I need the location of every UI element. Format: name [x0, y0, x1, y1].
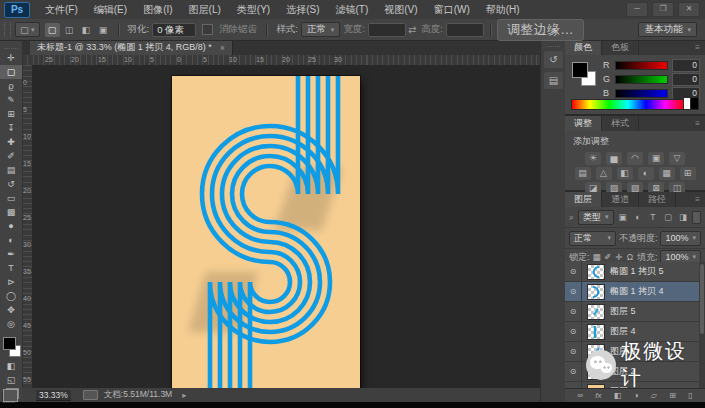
subtract-selection-button[interactable]: ◧ [79, 23, 94, 37]
toolbar-grip[interactable] [4, 42, 18, 49]
quick-selection-tool[interactable]: ✎ [0, 93, 22, 107]
intersect-selection-button[interactable]: ▣ [96, 23, 111, 37]
eyedropper-tool[interactable]: ↧ [0, 121, 22, 135]
new-adjustment-layer-icon[interactable]: ◑ [634, 391, 639, 400]
menu-layer[interactable]: 图层(L) [181, 1, 229, 19]
new-group-icon[interactable]: ▱ [651, 391, 657, 400]
color-swatches[interactable] [0, 335, 22, 359]
workspace-select[interactable]: 基本功能 ▾ [638, 22, 697, 37]
brightness-contrast-icon[interactable]: ☀ [585, 152, 601, 165]
layer-thumbnail[interactable] [587, 284, 605, 300]
refine-edge-button[interactable]: 调整边缘… [497, 19, 584, 41]
history-brush-tool[interactable]: ↺ [0, 177, 22, 191]
panel-menu-icon[interactable]: ≡ [695, 192, 705, 207]
blur-tool[interactable]: ● [0, 219, 22, 233]
document-canvas[interactable] [172, 76, 360, 388]
curves-icon[interactable]: ◠ [627, 152, 643, 165]
visibility-toggle[interactable]: ⊙ [565, 302, 582, 321]
feather-input[interactable]: 0 像素 [152, 23, 196, 37]
active-tool-preset[interactable]: ▢ ▾ [15, 22, 40, 37]
foreground-color-swatch[interactable] [3, 337, 16, 350]
spot-healing-tool[interactable]: ✚ [0, 135, 22, 149]
close-button[interactable]: ✕ [678, 2, 700, 17]
visibility-toggle[interactable]: ⊙ [565, 282, 582, 301]
eraser-tool[interactable]: ▭ [0, 191, 22, 205]
shape-tool[interactable]: ◯ [0, 289, 22, 303]
screen-mode-button[interactable]: ◱ [0, 373, 22, 387]
filter-type-select[interactable]: 类型 ▾ [578, 210, 614, 225]
path-selection-tool[interactable]: ⊳ [0, 275, 22, 289]
antialias-checkbox[interactable] [202, 24, 213, 35]
layer-effects-icon[interactable]: fx [595, 391, 601, 400]
visibility-toggle[interactable]: ⊙ [565, 262, 582, 281]
red-slider[interactable] [615, 61, 668, 70]
history-panel-button[interactable]: ↺ [544, 51, 563, 68]
close-tab-icon[interactable]: × [220, 43, 225, 53]
hand-tool[interactable]: ✥ [0, 303, 22, 317]
add-layer-mask-icon[interactable]: ◧ [614, 391, 622, 400]
visibility-toggle[interactable]: ⊙ [565, 362, 582, 381]
width-input[interactable] [368, 23, 406, 37]
layer-row-5[interactable]: ⊙ 图层 5 [565, 302, 705, 322]
black-white-icon[interactable]: ◧ [617, 167, 633, 180]
green-value[interactable]: 0 [672, 73, 700, 86]
color-lookup-icon[interactable]: ⊞ [680, 167, 696, 180]
visibility-toggle[interactable]: ⊙ [565, 342, 582, 361]
tab-channels[interactable]: 通道 [602, 192, 639, 207]
spectrum-black-swatch[interactable] [690, 97, 699, 110]
visibility-toggle[interactable]: ⊙ [565, 322, 582, 341]
tab-layers[interactable]: 图层 [565, 192, 602, 207]
photo-filter-icon[interactable]: ◐ [638, 167, 654, 180]
blend-mode-select[interactable]: 正常 ▾ [569, 231, 616, 246]
filter-toggle[interactable] [692, 211, 701, 224]
zoom-level-field[interactable]: 33.33% [36, 390, 71, 401]
filter-smart-objects-icon[interactable]: ◨ [677, 211, 689, 223]
height-input[interactable] [446, 23, 484, 37]
menu-window[interactable]: 窗口(W) [426, 1, 478, 19]
menu-type[interactable]: 类型(Y) [229, 1, 278, 19]
exposure-icon[interactable]: ▣ [648, 152, 664, 165]
menu-view[interactable]: 视图(V) [376, 1, 425, 19]
status-options-arrow[interactable]: ▸ [182, 390, 186, 400]
pen-tool[interactable]: ✒ [0, 247, 22, 261]
menu-filter[interactable]: 滤镜(T) [328, 1, 377, 19]
link-layers-icon[interactable]: ∞ [577, 391, 583, 400]
swap-dimensions-icon[interactable]: ⇄ [408, 24, 416, 35]
tab-paths[interactable]: 路径 [639, 192, 676, 207]
panel-menu-icon[interactable]: ≡ [695, 116, 705, 131]
style-select[interactable]: 正常 ▾ [301, 22, 341, 37]
lasso-tool[interactable]: ϱ [0, 79, 22, 93]
add-selection-button[interactable]: ◫ [62, 23, 77, 37]
levels-icon[interactable]: ▅ [606, 152, 622, 165]
color-balance-icon[interactable]: △ [596, 167, 612, 180]
tab-color[interactable]: 颜色 [565, 40, 602, 55]
move-tool[interactable]: ✛ [0, 51, 22, 65]
filter-shape-layers-icon[interactable]: ▢ [662, 211, 674, 223]
new-selection-button[interactable]: ▢ [45, 23, 60, 37]
color-panel-swatches[interactable] [572, 62, 598, 88]
color-spectrum-bar[interactable] [571, 99, 685, 110]
type-tool[interactable]: T [0, 261, 22, 275]
document-tab[interactable]: 未标题-1 @ 33.3% (椭圆 1 拷贝 4, RGB/8) * × [30, 40, 233, 55]
delete-layer-icon[interactable]: ▯ [688, 391, 692, 400]
filter-adjustment-layers-icon[interactable]: ◐ [632, 211, 644, 223]
menu-file[interactable]: 文件(F) [37, 1, 86, 19]
layer-row-ellipse-copy-5[interactable]: ⊙ 椭圆 1 拷贝 5 [565, 262, 705, 282]
dodge-tool[interactable]: ◐ [0, 233, 22, 247]
filter-pixel-layers-icon[interactable]: ▣ [617, 211, 629, 223]
crop-tool[interactable]: ⊞ [0, 107, 22, 121]
vibrance-icon[interactable]: ▽ [669, 152, 685, 165]
filter-type-layers-icon[interactable]: T [647, 211, 659, 223]
opacity-select[interactable]: 100% ▾ [660, 231, 701, 246]
menu-image[interactable]: 图像(I) [135, 1, 180, 19]
red-value[interactable]: 0 [672, 59, 700, 72]
clone-stamp-tool[interactable]: ▤ [0, 163, 22, 177]
tab-swatches[interactable]: 色板 [602, 40, 639, 55]
zoom-tool[interactable]: ◎ [0, 317, 22, 331]
tab-adjustments[interactable]: 调整 [565, 116, 602, 131]
hue-saturation-icon[interactable]: ▤ [575, 167, 591, 180]
new-layer-icon[interactable]: ⊞ [669, 391, 676, 400]
layer-row-ellipse-copy-4[interactable]: ⊙ 椭圆 1 拷贝 4 [565, 282, 705, 302]
panel-menu-icon[interactable]: ≡ [695, 40, 705, 55]
properties-panel-button[interactable]: ▤ [544, 72, 563, 89]
